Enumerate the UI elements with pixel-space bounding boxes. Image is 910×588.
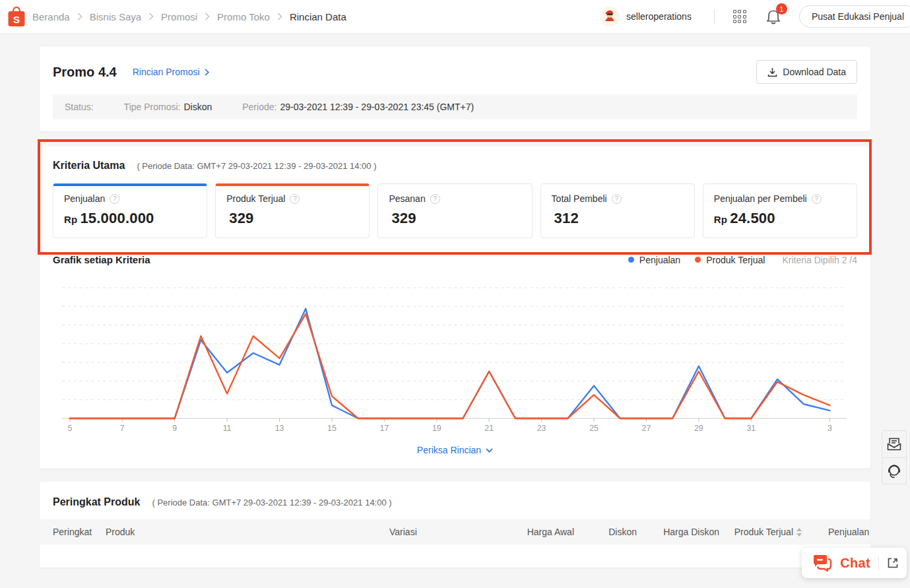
metric-card-produk-terjual[interactable]: Produk Terjual ? 329 bbox=[215, 183, 370, 238]
svg-text:25: 25 bbox=[589, 424, 599, 433]
periksa-rincian-label: Periksa Rincian bbox=[417, 445, 481, 455]
chevron-right-icon bbox=[77, 13, 82, 20]
metric-card-total-pembeli[interactable]: Total Pembeli ? 312 bbox=[540, 183, 695, 238]
help-icon[interactable]: ? bbox=[812, 194, 822, 204]
feedback-mail-button[interactable] bbox=[882, 431, 906, 457]
svg-text:5: 5 bbox=[67, 424, 72, 433]
svg-text:11: 11 bbox=[223, 424, 232, 433]
tipe-value: Diskon bbox=[183, 102, 212, 112]
headset-icon bbox=[887, 464, 901, 478]
col-diskon: Diskon bbox=[574, 527, 637, 537]
svg-text:29: 29 bbox=[694, 424, 703, 433]
header-right: selleroperations 1 Pusat Edukasi Penjual bbox=[600, 5, 910, 28]
svg-text:23: 23 bbox=[537, 424, 546, 433]
col-peringkat: Peringkat bbox=[53, 527, 106, 537]
metric-value: 329 bbox=[229, 210, 253, 226]
svg-text:15: 15 bbox=[327, 424, 337, 433]
svg-text:3: 3 bbox=[828, 424, 832, 433]
avatar[interactable] bbox=[600, 7, 620, 26]
svg-text:27: 27 bbox=[642, 424, 651, 433]
breadcrumb: Beranda Bisnis Saya Promosi Promo Toko R… bbox=[32, 11, 346, 22]
kriteria-utama-title: Kriteria Utama bbox=[53, 160, 125, 172]
metric-label: Penjualan per Pembeli bbox=[714, 193, 807, 204]
username[interactable]: selleroperations bbox=[626, 11, 692, 22]
pusat-edukasi-button[interactable]: Pusat Edukasi Penjual bbox=[799, 5, 910, 28]
breadcrumb-rincian-data: Rincian Data bbox=[290, 11, 346, 22]
metric-label: Produk Terjual bbox=[226, 193, 285, 204]
periode-label: Periode: bbox=[242, 102, 276, 112]
svg-text:7: 7 bbox=[120, 424, 125, 433]
download-data-button[interactable]: Download Data bbox=[756, 60, 857, 84]
header-divider bbox=[714, 9, 715, 24]
expand-icon bbox=[887, 557, 899, 569]
svg-text:17: 17 bbox=[379, 424, 389, 433]
breadcrumb-promo-toko[interactable]: Promo Toko bbox=[217, 11, 270, 22]
tipe-label: Tipe Promosi: bbox=[124, 102, 181, 112]
svg-text:13: 13 bbox=[275, 424, 284, 433]
chart-title: Grafik setiap Kriteria bbox=[53, 254, 150, 265]
shopee-logo-icon[interactable]: S bbox=[7, 6, 26, 28]
metric-label: Total Pembeli bbox=[552, 193, 607, 204]
expand-chat-button[interactable] bbox=[887, 557, 899, 569]
chat-label: Chat bbox=[840, 556, 870, 571]
col-produk-terjual-label: Produk Terjual bbox=[734, 527, 793, 537]
svg-text:21: 21 bbox=[484, 424, 494, 433]
col-variasi: Variasi bbox=[389, 527, 495, 537]
top-header: S Beranda Bisnis Saya Promosi Promo Toko… bbox=[0, 0, 910, 34]
metric-card-penjualan[interactable]: Penjualan ? Rp15.000.000 bbox=[53, 183, 207, 238]
periksa-rincian-link[interactable]: Periksa Rincian bbox=[53, 445, 857, 455]
help-icon[interactable]: ? bbox=[290, 194, 300, 204]
mail-icon bbox=[887, 438, 901, 451]
col-harga-diskon: Harga Diskon bbox=[637, 527, 719, 537]
peringkat-produk-card: Peringkat Produk ( Periode Data: GMT+7 2… bbox=[40, 482, 870, 568]
col-penjualan: Penjualan bbox=[802, 527, 857, 537]
chevron-right-icon bbox=[148, 13, 154, 20]
download-icon bbox=[767, 67, 777, 77]
chat-widget[interactable]: Chat bbox=[802, 548, 907, 578]
legend-produk-terjual[interactable]: Produk Terjual bbox=[695, 255, 765, 265]
notification-bell[interactable]: 1 bbox=[766, 9, 781, 24]
legend-penjualan[interactable]: Penjualan bbox=[628, 255, 680, 265]
col-harga-awal: Harga Awal bbox=[495, 527, 574, 537]
legend-dot-orange bbox=[695, 257, 701, 263]
metric-value: 312 bbox=[554, 210, 579, 226]
help-icon[interactable]: ? bbox=[612, 194, 622, 204]
breadcrumb-bisnis-saya[interactable]: Bisnis Saya bbox=[90, 11, 141, 22]
sort-icon bbox=[796, 528, 802, 537]
rincian-promosi-label: Rincian Promosi bbox=[133, 67, 200, 77]
col-produk-terjual-sort[interactable]: Produk Terjual bbox=[719, 527, 802, 537]
tipe-promosi: Tipe Promosi:Diskon bbox=[124, 102, 212, 112]
apps-grid-icon[interactable] bbox=[733, 10, 746, 23]
kriteria-utama-card: Kriteria Utama ( Periode Data: GMT+7 29-… bbox=[40, 147, 870, 469]
help-icon[interactable]: ? bbox=[430, 194, 440, 204]
currency-prefix: Rp bbox=[64, 214, 77, 225]
page-content: Promo 4.4 Rincian Promosi Download Data … bbox=[0, 47, 910, 568]
line-chart: 57911131517192123252729313 bbox=[62, 272, 849, 436]
breadcrumb-promosi[interactable]: Promosi bbox=[161, 11, 197, 22]
metric-label: Pesanan bbox=[389, 193, 425, 204]
support-headset-button[interactable] bbox=[882, 457, 906, 484]
help-icon[interactable]: ? bbox=[110, 194, 119, 204]
chevron-right-icon bbox=[205, 13, 210, 20]
metric-value: 24.500 bbox=[730, 210, 775, 226]
chevron-down-icon bbox=[486, 448, 493, 453]
metric-cards-row: Penjualan ? Rp15.000.000 Produk Terjual … bbox=[53, 183, 857, 238]
svg-text:19: 19 bbox=[432, 424, 441, 433]
breadcrumb-beranda[interactable]: Beranda bbox=[32, 11, 70, 22]
promo-summary-card: Promo 4.4 Rincian Promosi Download Data … bbox=[40, 47, 870, 131]
metric-card-pesanan[interactable]: Pesanan ? 329 bbox=[377, 183, 532, 238]
legend-label: Penjualan bbox=[639, 255, 680, 265]
col-produk: Produk bbox=[106, 527, 389, 537]
kriteria-periode-note: ( Periode Data: GMT+7 29-03-2021 12:39 -… bbox=[137, 161, 376, 171]
svg-text:S: S bbox=[13, 13, 20, 24]
status-label: Status: bbox=[65, 102, 94, 112]
metric-card-penjualan-per-pembeli[interactable]: Penjualan per Pembeli ? Rp24.500 bbox=[703, 183, 857, 238]
svg-text:9: 9 bbox=[172, 424, 177, 433]
legend-label: Produk Terjual bbox=[706, 255, 765, 265]
notification-badge: 1 bbox=[776, 3, 787, 15]
promo-status-strip: Status: Tipe Promosi:Diskon Periode:29-0… bbox=[53, 94, 857, 119]
currency-prefix: Rp bbox=[714, 214, 727, 225]
rincian-promosi-link[interactable]: Rincian Promosi bbox=[133, 67, 209, 77]
svg-text:31: 31 bbox=[746, 424, 756, 433]
chat-bubble-icon bbox=[812, 554, 832, 572]
